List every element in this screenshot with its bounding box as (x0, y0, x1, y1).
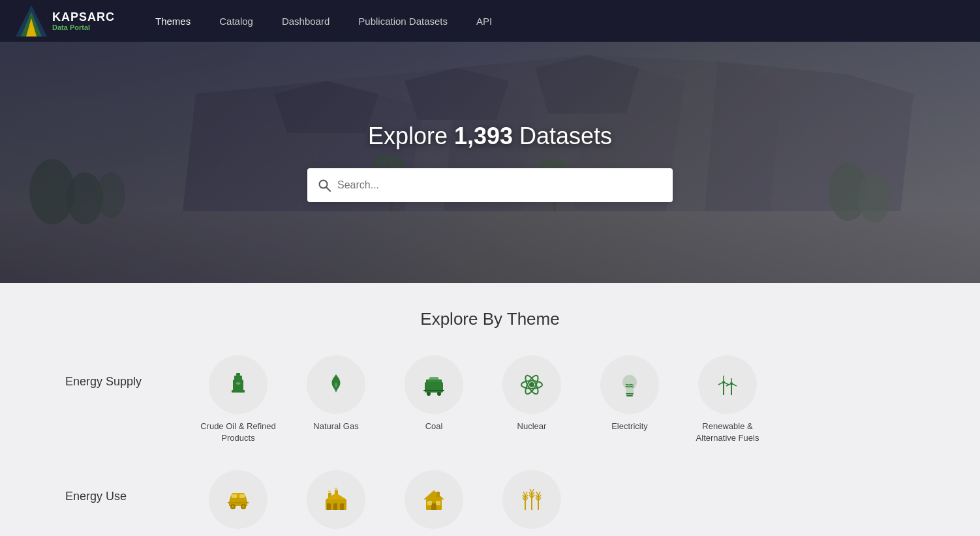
renewable-item[interactable]: Renewable &Alternative Fuels (685, 355, 770, 444)
explore-title: Explore By Theme (0, 309, 980, 329)
svg-rect-48 (228, 502, 249, 503)
nav-catalog[interactable]: Catalog (205, 0, 268, 42)
electricity-icon (600, 355, 659, 414)
industry-item[interactable]: Industry (294, 470, 378, 536)
nuclear-item[interactable]: Nuclear (489, 355, 574, 444)
svg-rect-61 (427, 501, 432, 505)
svg-rect-42 (232, 494, 237, 498)
svg-rect-27 (232, 390, 245, 393)
nav-api[interactable]: API (462, 0, 506, 42)
svg-point-31 (427, 392, 431, 396)
nav-publication-datasets[interactable]: Publication Datasets (344, 0, 462, 42)
hero-section: Explore 1,393 Datasets (0, 42, 980, 283)
svg-point-56 (335, 488, 338, 491)
industry-icon (307, 470, 365, 529)
energy-supply-label: Energy Supply (65, 355, 196, 389)
electricity-item[interactable]: Electricity (587, 355, 672, 444)
electricity-label: Electricity (611, 421, 648, 432)
svg-rect-52 (340, 503, 344, 510)
agriculture-icon (502, 470, 561, 529)
svg-point-46 (232, 505, 234, 508)
nav-dashboard[interactable]: Dashboard (268, 0, 344, 42)
svg-rect-26 (233, 380, 243, 391)
logo[interactable]: KAPSARC Data Portal (16, 5, 115, 37)
crude-oil-icon (209, 355, 268, 414)
svg-point-23 (320, 181, 328, 188)
natural-gas-label: Natural Gas (313, 421, 358, 432)
svg-line-24 (327, 188, 331, 192)
svg-point-55 (328, 490, 331, 493)
hero-title: Explore 1,393 Datasets (307, 123, 673, 150)
svg-line-66 (525, 492, 527, 496)
svg-line-80 (538, 492, 540, 496)
energy-use-row: Energy Use Transportat (0, 470, 980, 536)
svg-rect-25 (234, 376, 242, 380)
residential-icon (405, 470, 463, 529)
navbar: KAPSARC Data Portal Themes Catalog Dashb… (0, 0, 980, 42)
crude-oil-item[interactable]: Crude Oil & Refined Products (196, 355, 281, 444)
residential-item[interactable]: Residential (391, 470, 476, 536)
nav-links: Themes Catalog Dashboard Publication Dat… (141, 0, 506, 42)
svg-line-79 (536, 492, 538, 496)
kapsarc-logo-icon (16, 5, 47, 37)
svg-line-65 (523, 492, 525, 496)
transportation-item[interactable]: Transportation (196, 470, 281, 536)
nav-themes[interactable]: Themes (141, 0, 205, 42)
svg-point-47 (242, 505, 245, 508)
crude-oil-label: Crude Oil & Refined Products (196, 421, 281, 444)
renewable-label: Renewable &Alternative Fuels (696, 421, 759, 444)
renewable-icon (698, 355, 757, 414)
nuclear-icon (502, 355, 561, 414)
search-bar (307, 168, 673, 202)
agriculture-item[interactable]: Agriculture (489, 470, 574, 536)
transportation-icon (209, 470, 268, 529)
search-icon (318, 179, 331, 192)
svg-rect-62 (436, 501, 440, 505)
svg-line-72 (530, 489, 532, 493)
energy-supply-items: Crude Oil & Refined Products Natural Gas (196, 355, 770, 444)
search-input[interactable] (337, 179, 662, 191)
svg-line-73 (532, 489, 534, 493)
hero-content: Explore 1,393 Datasets (307, 123, 673, 202)
logo-name: KAPSARC (52, 11, 115, 23)
natural-gas-item[interactable]: Natural Gas (294, 355, 378, 444)
svg-rect-33 (423, 390, 444, 391)
energy-use-items: Transportation (196, 470, 574, 536)
coal-item[interactable]: Coal (391, 355, 476, 444)
coal-icon (405, 355, 463, 414)
svg-rect-63 (436, 492, 440, 497)
svg-point-32 (437, 392, 441, 396)
svg-rect-43 (239, 494, 245, 498)
energy-supply-row: Energy Supply Crude Oil & Refined Produc… (0, 355, 980, 444)
nuclear-label: Nuclear (517, 421, 547, 432)
explore-section: Explore By Theme Energy Supply Crude Oil… (0, 283, 980, 536)
svg-point-34 (529, 382, 534, 387)
logo-subtitle: Data Portal (52, 24, 115, 31)
svg-marker-58 (423, 490, 444, 499)
dataset-count: 1,393 (454, 123, 513, 149)
svg-rect-50 (327, 503, 331, 510)
natural-gas-icon (307, 355, 365, 414)
svg-rect-51 (333, 503, 337, 510)
svg-rect-28 (236, 373, 240, 376)
energy-use-label: Energy Use (65, 470, 196, 503)
logo-text: KAPSARC Data Portal (52, 11, 115, 31)
svg-rect-60 (431, 503, 436, 510)
coal-label: Coal (425, 421, 443, 432)
